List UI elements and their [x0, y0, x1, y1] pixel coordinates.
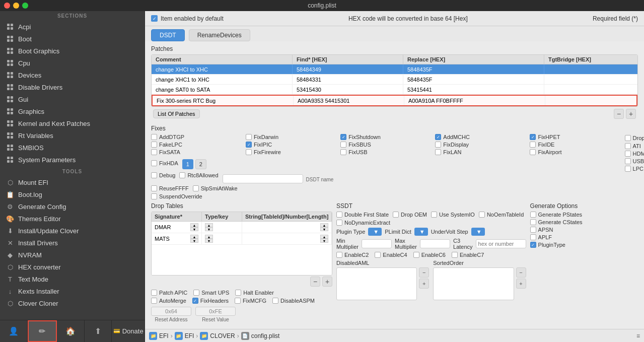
sidebar-item-devices[interactable]: Devices: [0, 69, 145, 81]
fix-fix-sbus[interactable]: FixSBUS: [340, 142, 431, 148]
fix-lan-cb[interactable]: [435, 149, 441, 155]
fix-no-dynamic-extract[interactable]: NoDynamicExtract: [336, 220, 526, 226]
minimize-button[interactable]: [13, 3, 19, 9]
sidebar-item-gui[interactable]: Gui: [0, 93, 145, 105]
plugin-type-dropdown[interactable]: ▼: [368, 228, 382, 236]
rtc8allowed-cb[interactable]: [179, 172, 185, 178]
donate-button[interactable]: 💳 Donate: [112, 320, 145, 342]
disable-aspm-cb[interactable]: [272, 298, 278, 304]
fix-enable-c7[interactable]: EnableC7: [452, 252, 484, 258]
window-controls[interactable]: [4, 3, 28, 9]
apsn-cb[interactable]: [530, 227, 536, 233]
mats-type-stepper[interactable]: ▲ ▼: [205, 235, 213, 243]
table-row[interactable]: change XHCI to XHC 58484349 5848435F: [152, 64, 637, 75]
drop-table-row[interactable]: DMAR ▲ ▼ ▲: [152, 222, 332, 233]
drop-table-row[interactable]: MATS ▲ ▼ ▲: [152, 233, 332, 245]
fix-halt-enabler[interactable]: Halt Enabler: [235, 290, 274, 296]
sidebar-tool-hex-converter[interactable]: ⬡ HEX converter: [0, 261, 145, 273]
table-row-highlighted[interactable]: Fix 300-series RTC Bug A00A9353 54415301…: [152, 95, 637, 106]
sidebar-item-boot-graphics[interactable]: Boot Graphics: [0, 45, 145, 57]
fix-disable-aspm[interactable]: DisableASPM: [272, 298, 315, 304]
sidebar-item-rt-variables[interactable]: Rt Variables: [0, 129, 145, 142]
path-efi-folder[interactable]: 📁 EFI: [149, 332, 169, 340]
fix-enable-c2[interactable]: EnableC2: [336, 252, 369, 258]
fix-ipic-cb[interactable]: ✓: [246, 142, 252, 148]
fix-generate-cstates[interactable]: Generate CStates: [530, 219, 621, 225]
fix-hda-cb[interactable]: [151, 160, 157, 166]
sidebar-tool-mount-efi[interactable]: ⬡ Mount EFI: [0, 176, 145, 188]
tab-dsdt[interactable]: DSDT: [151, 29, 185, 41]
fix-debug[interactable]: Debug: [151, 172, 175, 178]
fix-usb-right[interactable]: USB: [625, 158, 644, 164]
fix-enable-c6[interactable]: EnableC6: [413, 252, 446, 258]
fix-patch-apic[interactable]: Patch APIC: [151, 290, 187, 296]
fix-fix-usb[interactable]: FixUSB: [340, 149, 431, 155]
sidebar-tool-generate-config[interactable]: ⚙ Generate Config: [0, 200, 145, 213]
fix-add-dtgp-cb[interactable]: [151, 134, 157, 140]
fix-drop-oem[interactable]: Drop OEM: [393, 212, 427, 218]
enable-c2-cb[interactable]: [336, 252, 342, 258]
fix-slpsmiawake[interactable]: SlpSmiAtWake: [193, 185, 238, 191]
add-patch-button[interactable]: +: [626, 109, 636, 119]
fix-generate-pstates[interactable]: Generate PStates: [530, 212, 621, 218]
dmar-str-stepper[interactable]: ▲ ▼: [320, 223, 328, 231]
path-efi-sub-folder[interactable]: 📁 EFI: [175, 332, 194, 340]
path-config-file[interactable]: 📄 config.plist: [241, 332, 280, 340]
fix-lpc[interactable]: LPC: [625, 166, 644, 172]
patch-apic-cb[interactable]: [151, 290, 157, 296]
stepper-up[interactable]: ▲: [190, 235, 198, 239]
no-oem-table-id-cb[interactable]: [479, 212, 485, 218]
table-row[interactable]: change XHC1 to XHC 58484331 5848435F: [152, 75, 637, 85]
sidebar-tool-nvram[interactable]: ◆ NVRAM: [0, 249, 145, 261]
hdmi-cb[interactable]: [625, 151, 631, 157]
plugin-type-cb[interactable]: ✓: [530, 242, 536, 248]
add-drop-button[interactable]: +: [322, 277, 332, 287]
enable-c6-cb[interactable]: [413, 252, 419, 258]
suspend-override-cb[interactable]: [151, 193, 157, 199]
list-of-patches-button[interactable]: List Of Patches: [153, 109, 200, 118]
page-2-button[interactable]: 2: [195, 159, 206, 169]
stepper-down[interactable]: ▼: [320, 239, 328, 243]
use-systemio-cb[interactable]: [431, 212, 437, 218]
reset-value-input[interactable]: [195, 307, 236, 316]
gear-button[interactable]: ≡: [636, 332, 640, 339]
sidebar-tool-kexts-installer[interactable]: ↓ Kexts Installer: [0, 285, 145, 297]
enable-c4-cb[interactable]: [375, 252, 381, 258]
fix-ide-cb[interactable]: [530, 142, 536, 148]
auto-merge-cb[interactable]: [151, 298, 157, 304]
undervolt-step-dropdown[interactable]: ▼: [471, 228, 485, 236]
sidebar-tool-themes-editor[interactable]: 🎨 Themes Editor: [0, 213, 145, 225]
fix-add-dtgp[interactable]: AddDTGP: [151, 134, 242, 140]
fix-fix-display[interactable]: FixDisplay: [435, 142, 526, 148]
fix-shutdown-cb[interactable]: ✓: [340, 134, 346, 140]
stepper-up[interactable]: ▲: [190, 223, 198, 227]
max-multiplier-input[interactable]: [420, 239, 450, 248]
fix-usb-cb[interactable]: [340, 149, 346, 155]
page-1-button[interactable]: 1: [182, 159, 193, 169]
fix-hpet-cb[interactable]: ✓: [530, 134, 536, 140]
add-sorted-order[interactable]: +: [516, 279, 526, 289]
mats-str-stepper[interactable]: ▲ ▼: [320, 235, 328, 243]
stepper-down[interactable]: ▼: [190, 227, 198, 231]
fix-fix-headers[interactable]: ✓FixHeaders: [192, 298, 229, 304]
stepper-up[interactable]: ▲: [320, 235, 328, 239]
fix-add-mchc[interactable]: ✓AddMCHC: [435, 134, 526, 140]
fix-hdmi[interactable]: HDMI: [625, 151, 644, 157]
dmar-type-stepper[interactable]: ▲ ▼: [205, 223, 213, 231]
fix-fix-ipic[interactable]: ✓FixIPIC: [246, 142, 336, 148]
double-first-state-cb[interactable]: [336, 212, 342, 218]
edit-button[interactable]: ✏: [28, 320, 57, 342]
plimit-dict-dropdown[interactable]: ▼: [414, 228, 428, 236]
fix-fix-lan[interactable]: FixLAN: [435, 149, 526, 155]
mats-stepper[interactable]: ▲ ▼: [190, 235, 198, 243]
stepper-up[interactable]: ▲: [205, 235, 213, 239]
fix-airport-cb[interactable]: [530, 149, 536, 155]
sidebar-item-acpi[interactable]: Acpi: [0, 21, 145, 33]
ati-cb[interactable]: [625, 143, 631, 149]
c3-latency-input[interactable]: [476, 239, 526, 248]
fix-use-systemio[interactable]: Use SystemIO: [431, 212, 475, 218]
fix-aplf[interactable]: APLF: [530, 234, 621, 240]
person-button[interactable]: 👤: [0, 320, 28, 342]
fix-fix-hpet[interactable]: ✓FixHPET: [530, 134, 620, 140]
fix-sbus-cb[interactable]: [340, 142, 346, 148]
